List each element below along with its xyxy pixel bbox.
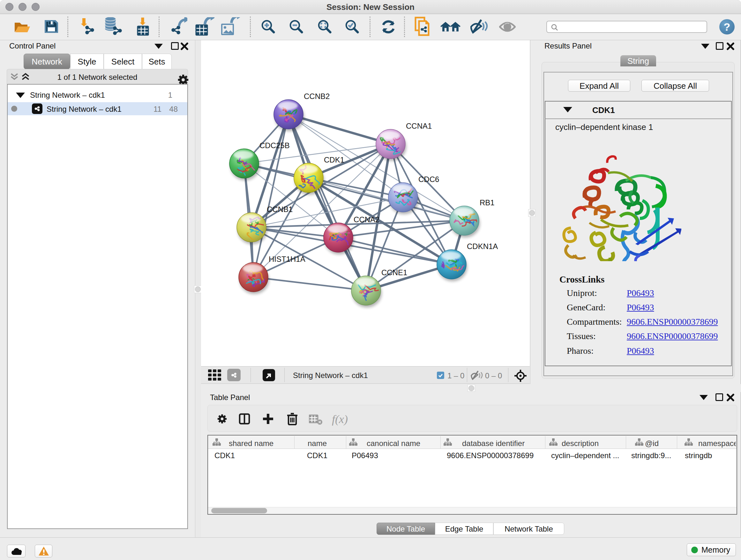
svg-text:HIST1H1A: HIST1H1A [269,255,306,263]
svg-text:RB1: RB1 [480,198,495,207]
svg-text:CDC6: CDC6 [418,175,439,184]
svg-text:CCNA2: CCNA2 [354,215,380,224]
svg-text:CCNB1: CCNB1 [267,205,293,213]
svg-text:CCNA1: CCNA1 [406,122,432,130]
svg-text:CCNB2: CCNB2 [304,92,330,101]
svg-text:CCNE1: CCNE1 [381,268,407,277]
svg-text:CDK1: CDK1 [324,155,344,164]
svg-text:CDC25B: CDC25B [259,141,290,150]
svg-text:CDKN1A: CDKN1A [467,242,498,251]
